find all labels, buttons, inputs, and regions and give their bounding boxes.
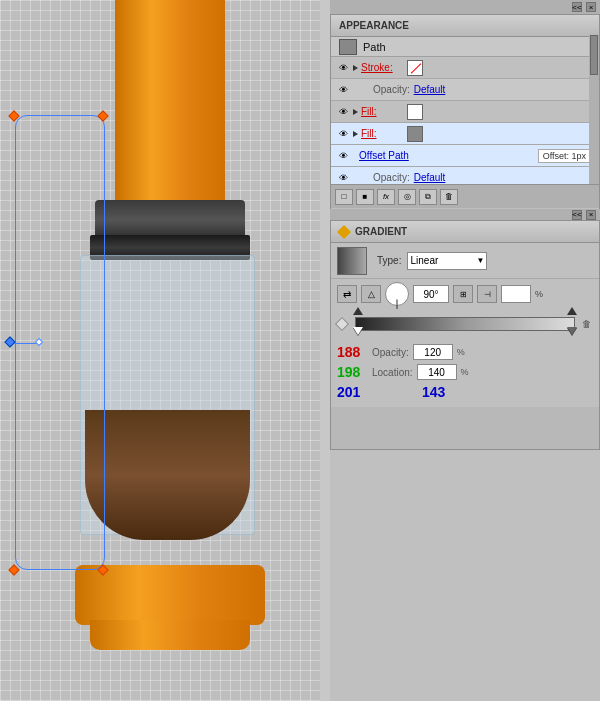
panels-area: << × APPEARANCE Path 👁 Stroke: 👁 Opacity… bbox=[330, 0, 600, 701]
angle-value: 90 bbox=[423, 289, 434, 300]
gradient-diamond-left[interactable] bbox=[335, 317, 349, 331]
opacity-label-1: Opacity: bbox=[373, 84, 410, 95]
select-arrow-icon: ▼ bbox=[477, 256, 485, 265]
green-value-row: 198 Location: 140 % bbox=[337, 363, 593, 381]
eye-icon-stroke[interactable]: 👁 bbox=[335, 60, 351, 76]
eye-icon-fill2[interactable]: 👁 bbox=[335, 126, 351, 142]
gradient-collapse-bar: << × bbox=[330, 209, 600, 220]
gradient-bar[interactable] bbox=[355, 317, 575, 331]
duplicate-button[interactable]: ⧉ bbox=[419, 189, 437, 205]
stroke-label[interactable]: Stroke: bbox=[361, 62, 401, 73]
add-fill-button[interactable]: ■ bbox=[356, 189, 374, 205]
triangle-icon-fill2 bbox=[353, 131, 358, 137]
gradient-controls-row: ⇄ △ 90 ° ⊞ ⊣ % bbox=[331, 279, 599, 309]
opacity-value-2[interactable]: Default bbox=[414, 172, 446, 183]
eye-icon-fill1[interactable]: 👁 bbox=[335, 104, 351, 120]
appearance-scrollbar[interactable] bbox=[589, 35, 599, 205]
orange-feet bbox=[90, 620, 250, 650]
gradient-pct-input[interactable] bbox=[501, 285, 531, 303]
gradient-title: GRADIENT bbox=[355, 226, 407, 237]
opacity-value-1[interactable]: Default bbox=[414, 84, 446, 95]
location-field-label: Location: bbox=[372, 367, 413, 378]
effect-button[interactable]: ◎ bbox=[398, 189, 416, 205]
triangle-icon-stroke bbox=[353, 65, 358, 71]
gradient-close-btn[interactable]: × bbox=[586, 210, 596, 220]
delete-stop-button[interactable]: 🗑 bbox=[579, 317, 593, 331]
opacity-field-1[interactable]: 120 bbox=[413, 344, 453, 360]
path-icon bbox=[339, 39, 357, 55]
diamond-icon bbox=[337, 224, 351, 238]
collapse-button[interactable]: << bbox=[572, 2, 582, 12]
opacity-pct-unit-1: % bbox=[457, 347, 465, 357]
opacity-label-2: Opacity: bbox=[373, 172, 410, 183]
offset-path-row[interactable]: 👁 Offset Path Offset: 1px bbox=[331, 145, 599, 167]
red-value-2: 120 bbox=[424, 347, 441, 358]
stop-bottom-left[interactable] bbox=[353, 327, 363, 335]
reverse-gradient-button[interactable]: ⇄ bbox=[337, 285, 357, 303]
fill-label-2[interactable]: Fill: bbox=[361, 128, 401, 139]
orange-top-cylinder bbox=[115, 0, 225, 210]
blue-value-2: 143 bbox=[422, 384, 457, 400]
angle-unit: ° bbox=[435, 289, 439, 300]
gradient-panel-header: GRADIENT bbox=[331, 221, 599, 243]
location-field-1[interactable]: 140 bbox=[417, 364, 457, 380]
gradient-options-button[interactable]: △ bbox=[361, 285, 381, 303]
fill-swatch-2[interactable] bbox=[407, 126, 423, 142]
gradient-panel: GRADIENT Type: Linear ▼ ⇄ △ 90 bbox=[330, 220, 600, 450]
fx-button[interactable]: fx bbox=[377, 189, 395, 205]
opacity-field-label: Opacity: bbox=[372, 347, 409, 358]
angle-line bbox=[397, 300, 398, 310]
close-button[interactable]: × bbox=[586, 2, 596, 12]
gradient-collapse-btn[interactable]: << bbox=[572, 210, 582, 220]
blue-value-row: 201 143 bbox=[337, 383, 593, 401]
stroke-swatch[interactable] bbox=[407, 60, 423, 76]
location-pct-unit-1: % bbox=[461, 367, 469, 377]
path-title-bar: Path bbox=[331, 37, 599, 57]
gradient-bar-container bbox=[355, 315, 575, 333]
gradient-preview-row: Type: Linear ▼ bbox=[331, 243, 599, 279]
gradient-bar-row: 🗑 bbox=[331, 309, 599, 339]
appearance-title: APPEARANCE bbox=[339, 20, 409, 31]
gradient-preview-swatch[interactable] bbox=[337, 247, 367, 275]
appearance-toolbar: □ ■ fx ◎ ⧉ 🗑 bbox=[331, 184, 599, 208]
add-new-stroke-button[interactable]: □ bbox=[335, 189, 353, 205]
triangle-icon-fill1 bbox=[353, 109, 358, 115]
collapse-bar: << × bbox=[330, 0, 600, 14]
fill-label-1[interactable]: Fill: bbox=[361, 106, 401, 117]
eye-icon-offset[interactable]: 👁 bbox=[335, 148, 351, 164]
blue-value-1: 201 bbox=[337, 384, 372, 400]
color-values-area: 188 Opacity: 120 % 198 Location: 140 % 2… bbox=[331, 339, 599, 407]
green-value-1: 198 bbox=[337, 364, 372, 380]
gradient-type-value: Linear bbox=[410, 255, 438, 266]
red-value-row: 188 Opacity: 120 % bbox=[337, 343, 593, 361]
eye-icon-opacity1[interactable]: 👁 bbox=[335, 82, 351, 98]
red-value-1: 188 bbox=[337, 344, 372, 360]
freeform-button[interactable]: ⊣ bbox=[477, 285, 497, 303]
coffee-liquid bbox=[85, 410, 250, 540]
angle-input[interactable]: 90 ° bbox=[413, 285, 449, 303]
stop-handle-right[interactable] bbox=[567, 307, 577, 315]
type-label: Type: bbox=[377, 255, 401, 266]
dark-collar bbox=[95, 200, 245, 240]
gradient-pct-unit: % bbox=[535, 289, 543, 299]
path-label: Path bbox=[363, 41, 386, 53]
stop-bottom-right[interactable] bbox=[567, 327, 577, 335]
stop-handle-left[interactable] bbox=[353, 307, 363, 315]
opacity-row-1: 👁 Opacity: Default bbox=[331, 79, 599, 101]
offset-path-label[interactable]: Offset Path bbox=[359, 150, 409, 161]
fill-swatch-1[interactable] bbox=[407, 104, 423, 120]
aspect-ratio-button[interactable]: ⊞ bbox=[453, 285, 473, 303]
angle-control[interactable] bbox=[385, 282, 409, 306]
offset-badge[interactable]: Offset: 1px bbox=[538, 149, 591, 163]
fill-row-2[interactable]: 👁 Fill: bbox=[331, 123, 599, 145]
fill-row-1[interactable]: 👁 Fill: bbox=[331, 101, 599, 123]
scrollbar-thumb[interactable] bbox=[590, 35, 598, 75]
appearance-panel-header: APPEARANCE bbox=[331, 15, 599, 37]
green-value-2: 140 bbox=[428, 367, 445, 378]
gradient-type-select[interactable]: Linear ▼ bbox=[407, 252, 487, 270]
stroke-row[interactable]: 👁 Stroke: bbox=[331, 57, 599, 79]
appearance-panel: APPEARANCE Path 👁 Stroke: 👁 Opacity: Def… bbox=[330, 14, 600, 209]
canvas-area bbox=[0, 0, 320, 701]
delete-button[interactable]: 🗑 bbox=[440, 189, 458, 205]
